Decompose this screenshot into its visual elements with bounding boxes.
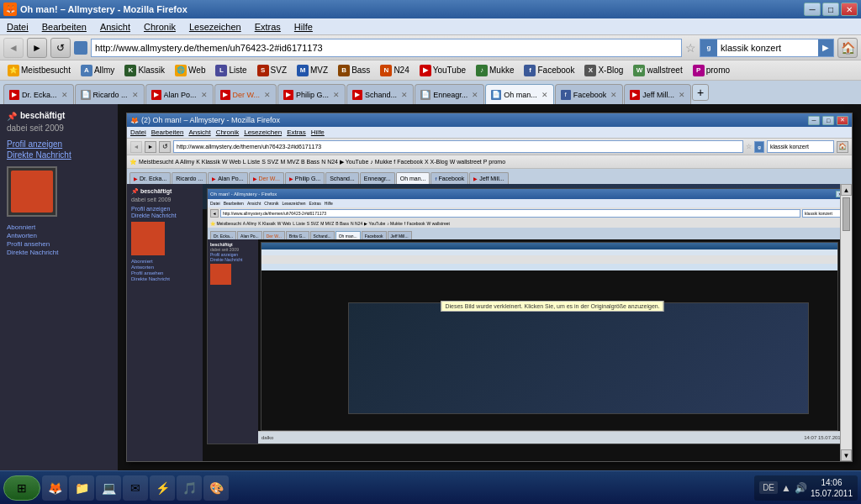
nested-bm-wallstreet[interactable]: W wallstreet: [450, 159, 482, 165]
tab-close-button[interactable]: ✕: [264, 91, 271, 99]
bookmark-star-icon[interactable]: ☆: [685, 41, 696, 55]
bookmark-n24[interactable]: N N24: [376, 63, 413, 78]
nested-bm-facebook[interactable]: f Facebook: [394, 159, 423, 165]
nested-menu-chronik[interactable]: Chronik: [216, 129, 240, 136]
profil-ansehen-link[interactable]: Profil ansehen: [7, 240, 111, 248]
nested-antworten[interactable]: Antworten: [131, 265, 198, 270]
scroll-down-arrow[interactable]: ▼: [841, 449, 852, 461]
deep-tab-dr-ecka[interactable]: Dr. Ecka...: [210, 231, 236, 239]
nested-bm-xblog[interactable]: X X-Blog: [425, 159, 448, 165]
tab-oh-man[interactable]: 📄 Oh man... ✕: [485, 84, 554, 104]
taskbar-firefox-icon[interactable]: 🦊: [42, 475, 67, 501]
tab-close-button[interactable]: ✕: [61, 91, 68, 99]
nested-bm-youtube[interactable]: ▶ YouTube: [340, 159, 368, 165]
start-button[interactable]: ⊞: [3, 475, 40, 501]
deep-tab-alan[interactable]: Alan Po...: [237, 231, 262, 239]
deep-bm-mvz[interactable]: M MVZ: [320, 221, 334, 226]
nested-menu-datei[interactable]: Datei: [130, 129, 146, 136]
bookmark-mukke[interactable]: ♪ Mukke: [472, 63, 518, 78]
home-button[interactable]: 🏠: [837, 38, 858, 58]
deep-bm-wallstreet[interactable]: W wallstreet: [427, 221, 450, 226]
deep-bm-facebook[interactable]: f Facebook: [404, 221, 425, 226]
refresh-button[interactable]: ↺: [50, 38, 71, 58]
bookmark-promo[interactable]: P promo: [689, 63, 734, 78]
nested-address-input[interactable]: [173, 140, 743, 153]
nested-menu-ansicht[interactable]: Ansicht: [188, 129, 210, 136]
tab-close-button[interactable]: ✕: [541, 91, 548, 99]
deep-bm-liste[interactable]: L Liste: [293, 221, 305, 226]
tab-philip-g[interactable]: ▶ Philip G... ✕: [277, 84, 346, 104]
nested-tab-alan-po[interactable]: ▶ Alan Po...: [208, 172, 247, 184]
nested-bm-allmy[interactable]: A Allmy: [175, 159, 194, 165]
nested-bm-mukke[interactable]: ♪ Mukke: [370, 159, 392, 165]
antworten-link[interactable]: Antworten: [7, 232, 111, 239]
nested-minimize-button[interactable]: ─: [808, 116, 820, 125]
tab-dr-ecka[interactable]: ▶ Dr. Ecka... ✕: [3, 84, 74, 104]
minimize-button[interactable]: ─: [804, 3, 821, 16]
nested-bm-meistbesucht[interactable]: ⭐ Meistbesucht: [129, 159, 173, 165]
nested-menu-extras[interactable]: Extras: [287, 129, 306, 136]
nested-search-input[interactable]: [767, 140, 834, 153]
nested-bm-mvz[interactable]: M MVZ: [280, 159, 299, 165]
deep-bm-youtube[interactable]: ▶ YouTube: [364, 221, 385, 226]
message-link[interactable]: Direkte Nachricht: [7, 150, 111, 160]
deep-menu-datei[interactable]: Datei: [210, 201, 220, 206]
deep-bm-mukke[interactable]: ♪ Mukke: [387, 221, 403, 226]
nested-menu-lesezeichen[interactable]: Lesezeichen: [244, 129, 282, 136]
tab-close-button[interactable]: ✕: [401, 91, 408, 99]
tab-close-button[interactable]: ✕: [333, 91, 340, 99]
tab-close-button[interactable]: ✕: [132, 91, 139, 99]
deep-bm-svz[interactable]: S SVZ: [307, 221, 319, 226]
volume-icon[interactable]: 🔊: [795, 482, 807, 494]
deep-menu-chronik[interactable]: Chronik: [264, 201, 278, 206]
nested-tab-oh-man[interactable]: Oh man...: [396, 172, 430, 184]
profile-link[interactable]: Profil anzeigen: [7, 139, 111, 149]
scroll-track[interactable]: [841, 196, 852, 449]
nested-home-button[interactable]: 🏠: [837, 141, 848, 153]
bookmark-liste[interactable]: L Liste: [211, 63, 251, 78]
tab-ricardo[interactable]: 📄 Ricardo ... ✕: [75, 84, 145, 104]
deep-bm-allmy[interactable]: A Allmy: [243, 221, 256, 226]
menu-lesezeichen[interactable]: Lesezeichen: [186, 22, 245, 32]
address-input[interactable]: [91, 39, 682, 57]
nested-message-link[interactable]: Direkte Nachricht: [131, 213, 198, 218]
nested-tab-enneagr[interactable]: Enneagr...: [360, 172, 395, 184]
bookmark-web[interactable]: 🌐 Web: [171, 63, 209, 78]
taskbar-mail-icon[interactable]: ✉: [123, 475, 148, 501]
taskbar-lightning-icon[interactable]: ⚡: [150, 475, 175, 501]
nested-back-button[interactable]: ◄: [130, 141, 142, 153]
search-input[interactable]: [717, 39, 818, 56]
deep-back-btn[interactable]: ◄: [210, 209, 219, 218]
deep-bm-bass[interactable]: B Bass: [335, 221, 349, 226]
tab-close-button[interactable]: ✕: [472, 91, 478, 99]
tab-jeff-mill[interactable]: ▶ Jeff Mill... ✕: [624, 84, 691, 104]
deep-search-bar[interactable]: klassik konzert: [802, 209, 844, 218]
direkte-nachricht-link2[interactable]: Direkte Nachricht: [7, 249, 111, 256]
taskbar-paint-icon[interactable]: 🎨: [203, 475, 229, 501]
bookmark-bass[interactable]: B Bass: [334, 63, 374, 78]
deep-tab-oh-man[interactable]: Oh man...: [335, 231, 361, 239]
nested-bm-svz[interactable]: S SVZ: [261, 159, 278, 165]
tab-close-button[interactable]: ✕: [201, 91, 208, 99]
bookmark-meistbesucht[interactable]: ⭐ Meistbesucht: [3, 63, 75, 78]
forward-button[interactable]: ►: [27, 38, 47, 58]
taskbar-folder-icon[interactable]: 📁: [69, 475, 94, 501]
tab-schand[interactable]: ▶ Schand... ✕: [346, 84, 414, 104]
maximize-button[interactable]: □: [822, 3, 839, 16]
nested-tab-der-w[interactable]: ▶ Der W...: [249, 172, 284, 184]
nested-maximize-button[interactable]: □: [822, 116, 834, 125]
deep-menu-ansicht[interactable]: Ansicht: [247, 201, 261, 206]
tab-enneagr[interactable]: 📄 Enneagr... ✕: [415, 84, 484, 104]
bookmark-xblog[interactable]: X X-Blog: [580, 63, 627, 78]
bookmark-svz[interactable]: S SVZ: [253, 63, 291, 78]
bookmark-wallstreet[interactable]: W wallstreet: [629, 63, 686, 78]
deep-tab-schand[interactable]: Schand...: [310, 231, 335, 239]
nested-close-button[interactable]: ✕: [837, 116, 848, 125]
tab-alan-po[interactable]: ▶ Alan Po... ✕: [145, 84, 214, 104]
nested-bm-web[interactable]: W Web: [222, 159, 241, 165]
deep-bm-klassik[interactable]: K Klassik: [258, 221, 276, 226]
scroll-up-arrow[interactable]: ▲: [841, 184, 852, 196]
bookmark-klassik[interactable]: K Klassik: [120, 63, 169, 78]
taskbar-music-icon[interactable]: 🎵: [177, 475, 202, 501]
nested-profile-link[interactable]: Profil anzeigen: [131, 206, 198, 212]
